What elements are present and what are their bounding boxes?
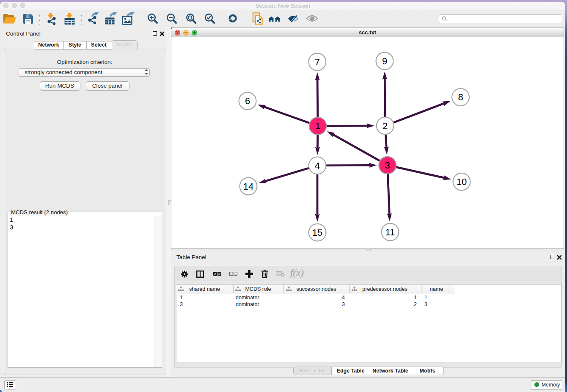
svg-text:2: 2 <box>383 121 388 131</box>
svg-text:15: 15 <box>312 227 322 238</box>
svg-text:4: 4 <box>315 160 320 171</box>
svg-text:11: 11 <box>385 227 395 237</box>
svg-text:6: 6 <box>245 96 250 106</box>
svg-text:1: 1 <box>315 121 320 131</box>
svg-text:14: 14 <box>243 181 253 192</box>
svg-text:7: 7 <box>315 57 320 67</box>
svg-text:9: 9 <box>382 56 387 66</box>
svg-text:8: 8 <box>458 92 463 102</box>
svg-text:10: 10 <box>457 177 467 187</box>
svg-text:3: 3 <box>385 160 390 171</box>
